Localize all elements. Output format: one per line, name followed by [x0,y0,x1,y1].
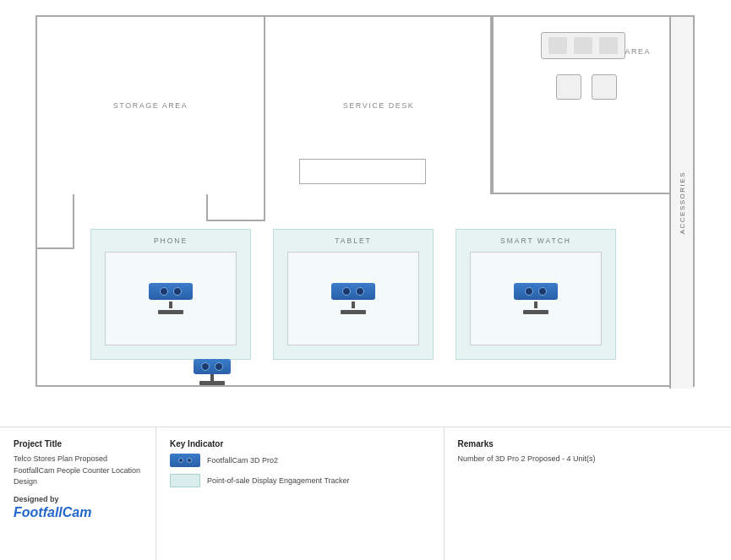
consulting-sofa [541,32,625,59]
phone-zone: PHONE [90,229,251,360]
camera-lens-1a [160,287,168,296]
storage-room: STORAGE AREA [37,17,265,194]
key-lens-1 [178,458,183,463]
service-desk-label: SERVICE DESK [343,101,414,110]
main-container: STORAGE AREA SERVICE DESK CONSULTING ARE… [0,0,731,560]
sofa-cushion-1 [548,37,567,54]
key-camera-label: FootfallCam 3D Pro2 [207,456,278,465]
standalone-camera-body [194,359,231,374]
key-zone-label: Point-of-sale Display Engagement Tracker [207,476,350,485]
info-section: Project Title Telco Stores Plan Proposed… [0,427,731,560]
sofa-cushion-2 [574,37,592,54]
camera-mount-1 [169,302,172,308]
floorplan-area: STORAGE AREA SERVICE DESK CONSULTING ARE… [0,0,731,427]
info-key: Key Indicator FootfallCam 3D Pro2 Point-… [156,427,445,560]
camera-device-smartwatch [514,283,558,314]
camera-lens-3a [525,287,533,296]
camera-mount-3 [534,302,537,308]
info-project: Project Title Telco Stores Plan Proposed… [0,427,156,560]
camera-device-tablet [331,283,375,314]
camera-base-1 [158,310,183,314]
camera-base-3 [523,310,548,314]
consulting-chair-left [556,74,581,100]
service-desk-furniture [299,159,426,184]
consulting-chair-right [592,74,617,100]
remarks-label: Remarks [458,439,718,449]
key-item-camera: FootfallCam 3D Pro2 [170,454,430,467]
camera-lens-2b [356,287,364,296]
standalone-camera [194,359,231,385]
notch-vertical-2 [264,194,265,221]
designed-by-label: Designed by [14,495,142,503]
smartwatch-zone: SMART WATCH [456,229,616,360]
info-remarks: Remarks Number of 3D Pro 2 Proposed - 4 … [445,427,732,560]
notch-vertical-1 [206,194,208,221]
camera-body-3 [514,283,558,300]
project-title-label: Project Title [14,439,142,449]
storage-label: STORAGE AREA [113,101,188,110]
key-zone-color [170,474,200,487]
standalone-mount [210,374,214,381]
camera-device-phone [149,283,193,314]
smartwatch-zone-inner [470,252,602,345]
camera-body-2 [331,283,375,300]
tablet-zone-inner [287,252,419,345]
camera-base-2 [341,310,366,314]
accessories-strip: ACCESSORIES [669,17,693,389]
sofa-cushion-3 [599,37,618,54]
brand-logo: FootfallCam [14,505,142,520]
project-title-text: Telco Stores Plan Proposed FootfallCam P… [14,454,142,488]
standalone-base [199,381,225,385]
key-camera-icon [170,454,200,467]
key-indicator-label: Key Indicator [170,439,430,449]
standalone-lens-1 [201,362,210,371]
tablet-zone-label: TABLET [335,237,372,245]
camera-body-1 [149,283,193,300]
accessories-label: ACCESSORIES [679,171,686,234]
standalone-lens-2 [215,362,223,371]
smartwatch-zone-label: SMART WATCH [500,237,571,245]
store-boundary: STORAGE AREA SERVICE DESK CONSULTING ARE… [35,15,695,387]
camera-lens-3b [538,287,547,296]
camera-lens-1b [173,287,182,296]
tablet-zone: TABLET [273,229,434,360]
phone-zone-inner [105,252,237,345]
key-item-zone: Point-of-sale Display Engagement Tracker [170,474,430,487]
camera-lens-2a [342,287,351,296]
display-zones: PHONE TABLET [37,220,669,368]
camera-mount-2 [352,302,355,308]
key-lens-2 [187,458,192,463]
remarks-text: Number of 3D Pro 2 Proposed - 4 Unit(s) [458,454,718,465]
phone-zone-label: PHONE [154,237,188,245]
